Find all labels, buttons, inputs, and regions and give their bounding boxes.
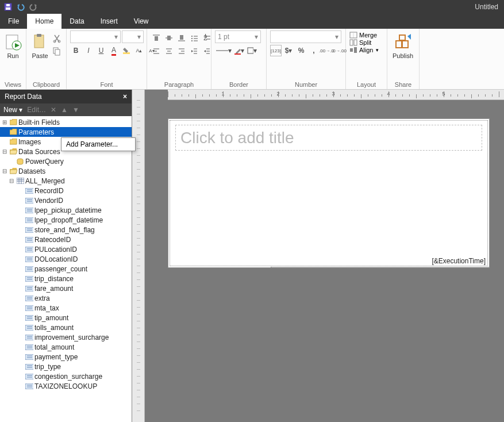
align-top-button[interactable] [151, 32, 162, 44]
split-button[interactable]: Split [349, 39, 371, 46]
align-button[interactable]: Align▾ [349, 47, 379, 53]
new-button[interactable]: New ▾ [3, 106, 22, 114]
percent-button[interactable]: % [295, 45, 307, 56]
delete-icon[interactable]: ✕ [51, 106, 56, 114]
move-up-icon[interactable]: ▲ [61, 106, 68, 114]
paste-button[interactable]: Paste [30, 30, 50, 59]
align-left-button[interactable] [151, 45, 162, 57]
font-family-select[interactable]: ▾ [70, 30, 121, 43]
svg-rect-6 [37, 34, 41, 37]
field-icon [25, 236, 33, 243]
tree-field[interactable]: improvement_surcharge [0, 332, 132, 342]
group-number-label: Number [270, 81, 342, 89]
border-weight-select[interactable]: 1 pt▾ [215, 30, 261, 43]
bold-button[interactable]: B [70, 45, 82, 56]
merge-icon [349, 32, 357, 39]
report-data-tree[interactable]: ⊞ Built-in Fields Parameters Images ⊟ Da… [0, 116, 132, 422]
datasource-icon [16, 158, 24, 165]
tree-field[interactable]: lpep_pickup_datetime [0, 205, 132, 215]
svg-rect-13 [155, 36, 158, 41]
menu-data[interactable]: Data [61, 14, 92, 29]
increase-indent-button[interactable] [201, 45, 213, 57]
tree-field[interactable]: congestion_surcharge [0, 371, 132, 381]
underline-button[interactable]: U [95, 45, 107, 56]
menu-view[interactable]: View [126, 14, 157, 29]
bullets-button[interactable] [188, 32, 200, 44]
execution-time-field[interactable]: [&ExecutionTime] [432, 257, 486, 265]
tree-field[interactable]: store_and_fwd_flag [0, 225, 132, 235]
close-panel-button[interactable]: × [123, 93, 127, 101]
numbering-button[interactable]: 12 [201, 32, 213, 44]
copy-icon[interactable] [51, 45, 63, 57]
title-placeholder[interactable]: Click to add title [175, 125, 482, 151]
move-down-icon[interactable]: ▼ [72, 106, 79, 114]
border-color-button[interactable]: ▾ [233, 45, 245, 56]
svg-rect-54 [399, 35, 405, 40]
tree-field[interactable]: passenger_count [0, 264, 132, 274]
tree-datasets[interactable]: ⊟ Datasets [0, 166, 132, 176]
placeholder-button[interactable]: [123] [270, 45, 282, 56]
font-color-button[interactable]: A [108, 45, 120, 56]
menu-home[interactable]: Home [27, 14, 61, 29]
font-size-select[interactable]: ▾ [122, 30, 144, 43]
undo-icon[interactable] [16, 2, 25, 11]
currency-button[interactable]: $▾ [283, 45, 294, 56]
report-page[interactable]: Click to add title [&ExecutionTime] [168, 118, 490, 268]
borders-button[interactable]: ▾ [246, 45, 257, 56]
tree-all-merged[interactable]: ⊟ ALL_Merged [0, 176, 132, 186]
design-canvas[interactable]: 1 2 3 4 5 Click to add title [&Execution… [145, 90, 504, 422]
edit-button[interactable]: Edit… [27, 106, 46, 114]
merge-button[interactable]: Merge [349, 32, 377, 39]
redo-icon[interactable] [29, 2, 38, 11]
tree-field[interactable]: trip_distance [0, 274, 132, 283]
decrease-decimal-button[interactable]: .0→.00 [333, 45, 345, 56]
document-title: Untitled [475, 3, 501, 11]
grow-font-button[interactable]: A▴ [133, 45, 145, 56]
cut-icon[interactable] [51, 33, 63, 44]
tree-field[interactable]: lpep_dropoff_datetime [0, 215, 132, 225]
align-right-button[interactable] [176, 45, 187, 57]
tree-field[interactable]: PULocationID [0, 244, 132, 254]
svg-rect-15 [167, 36, 171, 40]
field-icon [25, 265, 33, 273]
tree-powerquery[interactable]: PowerQuery [0, 156, 132, 166]
increase-decimal-button[interactable]: .00→.0 [321, 45, 332, 56]
tree-builtin-fields[interactable]: ⊞ Built-in Fields [0, 117, 132, 127]
tree-field[interactable]: RatecodeID [0, 235, 132, 244]
tree-field[interactable]: DOLocationID [0, 254, 132, 264]
tree-field[interactable]: mta_tax [0, 303, 132, 313]
run-button[interactable]: Run [3, 30, 22, 59]
context-menu: Add Parameter... [61, 137, 136, 151]
decrease-indent-button[interactable] [188, 45, 200, 57]
tree-field[interactable]: RecordID [0, 186, 132, 195]
tree-parameters[interactable]: Parameters [0, 127, 132, 137]
comma-button[interactable]: , [308, 45, 320, 56]
add-parameter-menu-item[interactable]: Add Parameter... [61, 138, 135, 151]
tree-field[interactable]: TAXIZONELOOKUP [0, 381, 132, 391]
align-center-button[interactable] [163, 45, 175, 57]
menu-insert[interactable]: Insert [93, 14, 126, 29]
group-font-label: Font [70, 81, 143, 89]
number-format-select[interactable]: ▾ [270, 30, 341, 43]
tree-field[interactable]: VendorID [0, 195, 132, 205]
tree-field[interactable]: fare_amount [0, 283, 132, 293]
field-icon [25, 197, 33, 204]
save-icon[interactable] [3, 2, 13, 11]
svg-point-20 [191, 38, 193, 39]
tree-field[interactable]: tip_amount [0, 313, 132, 323]
border-style-select[interactable]: ▾ [215, 45, 232, 56]
field-icon [25, 333, 33, 341]
tree-field[interactable]: total_amount [0, 342, 132, 352]
align-bottom-button[interactable] [176, 32, 187, 44]
ribbon: Run Views Paste Clipboard ▾ ▾ [0, 29, 504, 90]
tree-field[interactable]: tolls_amount [0, 323, 132, 332]
svg-rect-50 [350, 48, 353, 52]
tree-field[interactable]: trip_type [0, 362, 132, 371]
italic-button[interactable]: I [83, 45, 94, 56]
fill-color-button[interactable] [121, 45, 132, 56]
tree-field[interactable]: extra [0, 293, 132, 303]
publish-button[interactable]: Publish [391, 30, 415, 59]
menu-file[interactable]: File [0, 14, 27, 29]
align-middle-button[interactable] [163, 32, 175, 44]
tree-field[interactable]: payment_type [0, 352, 132, 362]
